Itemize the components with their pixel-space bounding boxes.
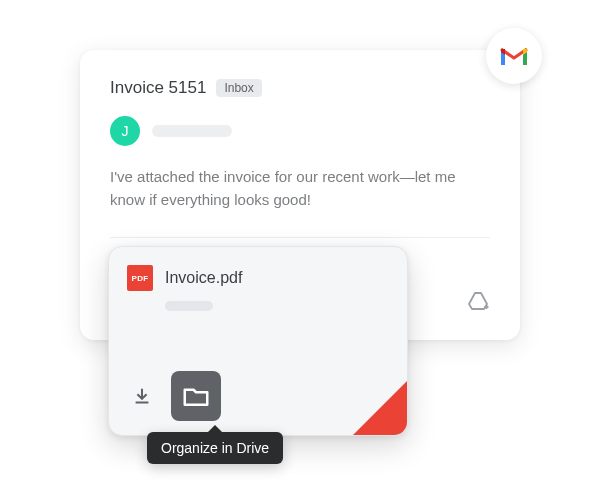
download-icon: [131, 385, 153, 407]
gmail-icon: [499, 45, 529, 67]
subject-row: Invoice 5151 Inbox: [110, 78, 490, 98]
download-button[interactable]: [127, 381, 157, 411]
sender-name-placeholder: [152, 125, 232, 137]
email-body-text: I've attached the invoice for our recent…: [110, 166, 490, 211]
divider: [110, 237, 490, 238]
sender-row: J: [110, 116, 490, 146]
page-corner-fold: [353, 381, 407, 435]
organize-in-drive-button[interactable]: [171, 371, 221, 421]
attachment-card[interactable]: PDF Invoice.pdf: [108, 246, 408, 436]
folder-icon: [181, 381, 211, 411]
pdf-icon: PDF: [127, 265, 153, 291]
add-to-drive-icon[interactable]: [466, 290, 490, 318]
sender-avatar[interactable]: J: [110, 116, 140, 146]
gmail-badge: [486, 28, 542, 84]
tooltip-organize-in-drive: Organize in Drive: [147, 432, 283, 464]
email-subject: Invoice 5151: [110, 78, 206, 98]
attachment-actions: [127, 371, 221, 421]
inbox-label-chip[interactable]: Inbox: [216, 79, 261, 97]
attachment-meta-placeholder: [165, 301, 213, 311]
attachment-header: PDF Invoice.pdf: [127, 265, 389, 291]
attachment-filename: Invoice.pdf: [165, 269, 242, 287]
